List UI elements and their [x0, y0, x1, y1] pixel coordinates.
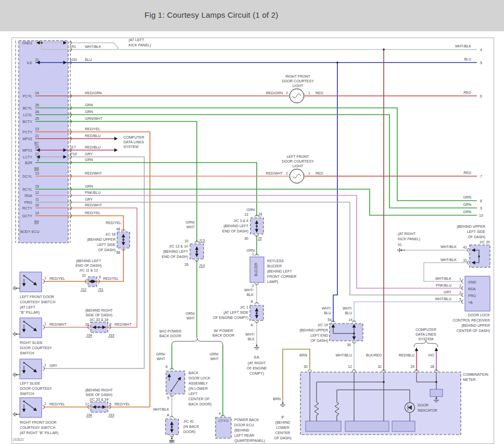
diagram-label: (BEHIND	[234, 428, 249, 433]
diagram-label: 1	[44, 363, 46, 367]
diagram-label: GRY	[444, 290, 451, 294]
diagram-label: DOOR ECU	[234, 423, 254, 427]
diagram-label: J33	[108, 413, 114, 417]
diagram-label: 21	[35, 58, 39, 61]
diagram-label: DOOR COURTESY	[282, 159, 314, 163]
meter-block-4-box	[430, 389, 443, 397]
ground-meter-icon	[435, 398, 437, 399]
diagram-label: SYSTEM	[123, 145, 138, 149]
diagram-label: RED	[463, 171, 471, 175]
diagram-label: J/C 3 & 4	[233, 219, 248, 223]
junction-dot	[383, 381, 385, 383]
ground-sw3-icon	[16, 374, 17, 375]
diagram-label: BLU	[85, 58, 92, 61]
diagram-label: 2	[286, 171, 288, 175]
junction-dot	[91, 280, 93, 282]
diagram-label: BLU	[345, 311, 352, 315]
diagram-label: (BEHIND LEFT	[223, 224, 249, 228]
diagram-label: GND1	[22, 41, 33, 45]
diagram-label: END OF DASH)	[162, 255, 188, 259]
diagram-label: 1	[308, 91, 310, 95]
diagram-label: LEFT SIDE	[467, 230, 486, 233]
diagram-label: DCYL	[22, 175, 32, 178]
diagram-label: (BEHIND UPPER	[299, 328, 328, 332]
diagram-label: RED/YEL	[49, 402, 65, 406]
diagram-label: DOOR LOCK	[468, 313, 490, 317]
ground-ea-icon	[256, 345, 257, 347]
diagram-label: IG	[398, 243, 401, 246]
diagram-label: 18	[85, 323, 89, 326]
diagram-label: 24	[35, 91, 39, 95]
diagram-label: GRN	[246, 208, 255, 212]
diagram-label: BCTY	[22, 120, 32, 124]
diagram-label: LOWER	[276, 426, 289, 429]
ground-sw4-icon	[16, 413, 17, 415]
diagram-label: J14	[199, 264, 205, 267]
diagram-label: COMPUTER	[415, 328, 436, 331]
diagram-label: 12	[35, 191, 39, 194]
diagram-label: ASSEMBLY	[188, 381, 208, 385]
diagram-label: 5	[480, 61, 482, 65]
diagram-label: 5	[109, 402, 111, 406]
diagram-label: DOOR COURTESY	[20, 346, 52, 350]
junction-dot	[353, 332, 355, 335]
diagram-label: WHT/BLU	[435, 297, 452, 301]
diagram-label: BLK	[248, 337, 255, 341]
diagram-label: RED/YEL	[106, 221, 121, 225]
diagram-label: POWER BACK	[234, 418, 259, 422]
diagram-label: 32	[377, 365, 382, 368]
diagram-label: J12	[81, 288, 86, 291]
diagram-label: J13	[199, 239, 205, 242]
diagram-label: PRG	[24, 201, 32, 204]
diagram-label: METER	[463, 378, 476, 381]
wiring-diagram: GND1ILEPCYLBCYLLCYLBCTYPCTYMPX2MPX1LCTYB…	[0, 0, 504, 444]
diagram-label: SYSTEM	[419, 337, 434, 341]
diagram-label: BLK	[247, 293, 254, 297]
diagram-label: 5	[167, 396, 169, 400]
diagram-label: 17	[35, 152, 39, 156]
diagram-label: RIGHT FRONT	[285, 75, 310, 78]
diagram-label: 14	[348, 318, 352, 322]
diagram-label: LCTY	[23, 155, 32, 159]
ground-sw2-icon	[16, 333, 17, 335]
diagram-label: 28	[430, 365, 434, 368]
diagram-label: RDA	[24, 194, 32, 198]
diagram-label: EA	[254, 355, 259, 359]
diagram-label: 29	[410, 365, 414, 368]
diagram-label: W/ POWER	[214, 329, 233, 332]
diagram-label: 4	[480, 48, 482, 52]
diagram-label: LEFT	[188, 392, 198, 396]
junction-dot	[383, 48, 385, 51]
switch-left-slide-box	[20, 359, 42, 379]
diagram-label: BLU	[464, 57, 471, 61]
diagram-label: (BEHIND LEFT	[267, 269, 293, 274]
diagram-label: SWITCH	[20, 392, 34, 396]
diagram-label: J3	[258, 237, 262, 240]
diagram-label: 16	[35, 203, 39, 207]
diagram-label: 1	[44, 402, 46, 405]
diagram-label: COMBINATION	[463, 373, 488, 376]
diagram-label: BODY ECU	[20, 230, 39, 233]
diagram-label: (IN BACK	[183, 425, 199, 429]
diagram-label: RED/YEL	[115, 402, 130, 406]
ground-bn-icon	[171, 438, 172, 439]
diagram-label: DCTY	[22, 214, 32, 218]
diagram-label: R1	[71, 45, 76, 48]
diagram-label: BCYL	[23, 106, 32, 110]
diagram-label: RCYL	[22, 188, 32, 191]
diagram-label: (IN LOWER	[188, 387, 208, 391]
diagram-label: WHT	[157, 357, 166, 361]
diagram-label: GND	[468, 280, 476, 284]
diagram-label: (BEHIND RIGHT	[85, 388, 113, 392]
diagram-label: 10	[479, 214, 483, 217]
diagram-label: LEFT FRONT DOOR	[20, 295, 54, 299]
diagram-label: DOOR COURTESY	[282, 79, 314, 83]
diagram-label: WHT	[210, 357, 219, 361]
diagram-label: WHT	[186, 225, 195, 229]
diagram-label: (AT LEFT	[20, 305, 35, 310]
diagram-label: WHT/BLU	[336, 353, 352, 357]
diagram-label: RED/WHT	[115, 323, 132, 326]
diagram-label: BUZZER	[267, 264, 282, 268]
diagram-label: J/C 20	[480, 240, 490, 244]
diagram-label: 11	[35, 198, 39, 201]
